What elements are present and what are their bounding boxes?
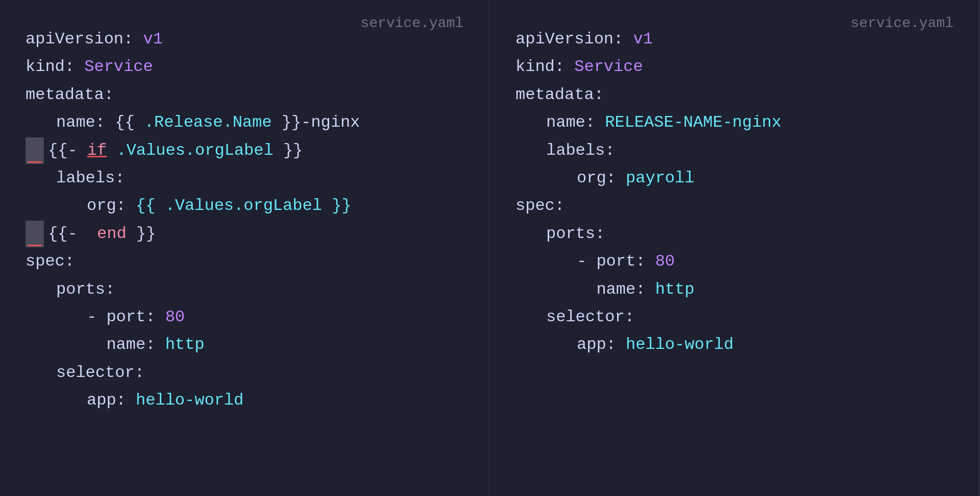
- code-text: metadata:: [26, 81, 114, 109]
- code-text: org:: [577, 164, 626, 192]
- line-item: selector:: [516, 303, 953, 331]
- right-code-panel: service.yaml apiVersion: v1 kind: Servic…: [490, 0, 980, 496]
- line-item: name: http: [26, 331, 463, 359]
- code-text: labels:: [546, 137, 615, 164]
- code-value: hello-world: [136, 387, 243, 414]
- code-value: RELEASE-NAME-nginx: [605, 109, 781, 136]
- line-item: labels:: [26, 164, 463, 192]
- left-filename: service.yaml: [360, 15, 463, 31]
- line-item: metadata:: [516, 81, 953, 109]
- code-text: name:: [56, 109, 115, 136]
- line-item: ports:: [516, 220, 953, 248]
- code-text: {{-: [48, 220, 87, 248]
- code-value: http: [655, 276, 695, 303]
- code-text: - port:: [577, 248, 655, 275]
- code-text: kind:: [26, 53, 84, 81]
- right-filename: service.yaml: [850, 15, 953, 31]
- line-item: org: payroll: [516, 164, 953, 192]
- code-value: 80: [655, 248, 675, 275]
- line-item: app: hello-world: [26, 387, 463, 414]
- line-item: selector:: [26, 359, 463, 387]
- code-text: selector:: [546, 303, 634, 331]
- line-item: labels:: [516, 137, 953, 164]
- line-item: metadata:: [26, 81, 463, 109]
- code-value: v1: [633, 26, 652, 53]
- code-text: }}: [136, 220, 156, 248]
- code-value: Service: [574, 53, 643, 81]
- code-text: }}-nginx: [272, 109, 360, 136]
- code-text: ports:: [56, 276, 115, 303]
- code-value: .Values.orgLabel: [107, 137, 283, 164]
- code-text: {{-: [48, 137, 87, 164]
- line-item: spec:: [516, 192, 953, 220]
- left-code-panel: service.yaml apiVersion: v1 kind: Servic…: [0, 0, 490, 496]
- line-item: name: RELEASE-NAME-nginx: [516, 109, 953, 136]
- code-text: {{: [115, 109, 144, 136]
- code-text: spec:: [26, 248, 75, 275]
- line-item: - port: 80: [26, 303, 463, 331]
- code-value: 80: [165, 303, 185, 331]
- code-value: hello-world: [626, 331, 733, 359]
- code-text: kind:: [516, 53, 574, 81]
- line-item: name: {{ .Release.Name }}-nginx: [26, 109, 463, 136]
- line-item: app: hello-world: [516, 331, 953, 359]
- code-text: name:: [87, 331, 165, 359]
- code-value: v1: [143, 26, 162, 53]
- code-text: apiVersion:: [26, 26, 143, 53]
- line-item: ports:: [26, 276, 463, 303]
- code-text: name:: [577, 276, 655, 303]
- line-marker: [26, 137, 44, 164]
- line-item: name: http: [516, 276, 953, 303]
- code-keyword: end: [87, 220, 136, 248]
- line-item: - port: 80: [516, 248, 953, 275]
- line-item: {{- if .Values.orgLabel }}: [26, 137, 463, 164]
- right-code-block: apiVersion: v1 kind: Service metadata: n…: [516, 26, 953, 359]
- code-text: app:: [577, 331, 626, 359]
- line-marker: [26, 221, 44, 247]
- line-item: org: {{ .Values.orgLabel }}: [26, 192, 463, 220]
- line-item: spec:: [26, 248, 463, 275]
- code-value: .Release.Name: [144, 109, 272, 136]
- code-text: ports:: [546, 220, 605, 248]
- code-keyword: if: [87, 137, 107, 164]
- code-value: Service: [84, 53, 153, 81]
- code-text: selector:: [56, 359, 144, 387]
- code-text: }}: [283, 137, 303, 164]
- code-value: payroll: [626, 164, 694, 192]
- code-text: metadata:: [516, 81, 604, 109]
- code-value: {{ .Values.orgLabel }}: [136, 192, 351, 220]
- code-text: labels:: [56, 164, 125, 192]
- code-text: spec:: [516, 192, 565, 220]
- code-text: - port:: [87, 303, 165, 331]
- code-value: http: [165, 331, 205, 359]
- code-text: app:: [87, 387, 136, 414]
- line-item: kind: Service: [26, 53, 463, 81]
- line-item: kind: Service: [516, 53, 953, 81]
- code-text: apiVersion:: [516, 26, 633, 53]
- left-code-block: apiVersion: v1 kind: Service metadata: n…: [26, 26, 463, 414]
- line-item: {{- end }}: [26, 220, 463, 248]
- code-text: name:: [546, 109, 605, 136]
- code-text: org:: [87, 192, 136, 220]
